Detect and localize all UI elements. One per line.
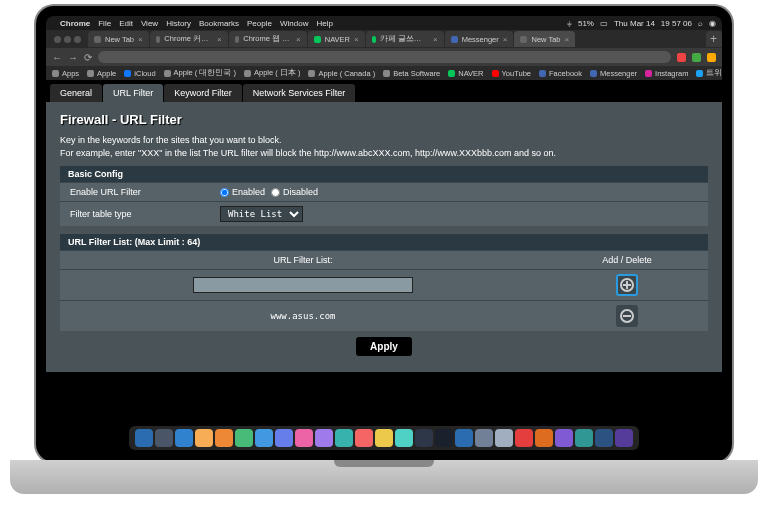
dock-app-icon[interactable] — [495, 429, 513, 447]
bookmark-item[interactable]: YouTube — [492, 69, 531, 78]
mac-menubar: Chrome File Edit View History Bookmarks … — [46, 16, 722, 30]
app-name[interactable]: Chrome — [60, 19, 90, 28]
radio-enabled[interactable]: Enabled — [220, 187, 265, 197]
dock-app-icon[interactable] — [195, 429, 213, 447]
filter-type-label: Filter table type — [70, 209, 220, 219]
back-button[interactable]: ← — [52, 52, 62, 63]
wifi-icon[interactable]: ⏚ — [567, 19, 572, 28]
close-tab-icon[interactable]: × — [565, 35, 570, 44]
spotlight-icon[interactable]: ⌕ — [698, 19, 703, 28]
bookmark-item[interactable]: Instagram — [645, 69, 688, 78]
extension-icon[interactable] — [707, 53, 716, 62]
window-controls[interactable] — [48, 36, 87, 43]
battery-icon[interactable]: ▭ — [600, 19, 608, 28]
delete-button[interactable] — [616, 305, 638, 327]
browser-tab[interactable]: Messenger× — [445, 31, 514, 47]
dock-app-icon[interactable] — [595, 429, 613, 447]
dock-app-icon[interactable] — [315, 429, 333, 447]
browser-tab[interactable]: New Tab× — [88, 31, 149, 47]
close-tab-icon[interactable]: × — [433, 35, 438, 44]
browser-tab[interactable]: Chrome 커뮤니티 - ...× — [150, 31, 228, 47]
bookmark-item[interactable]: Facebook — [539, 69, 582, 78]
filter-type-select[interactable]: White ListBlack List — [220, 206, 303, 222]
menu-edit[interactable]: Edit — [119, 19, 133, 28]
radio-enabled-input[interactable] — [220, 188, 229, 197]
dock-app-icon[interactable] — [515, 429, 533, 447]
menu-view[interactable]: View — [141, 19, 158, 28]
menu-window[interactable]: Window — [280, 19, 308, 28]
bookmark-item[interactable]: Apple — [87, 69, 116, 78]
bookmark-item[interactable]: NAVER — [448, 69, 483, 78]
dock-app-icon[interactable] — [415, 429, 433, 447]
list-input-row — [60, 269, 708, 300]
dock-app-icon[interactable] — [235, 429, 253, 447]
radio-disabled-input[interactable] — [271, 188, 280, 197]
dock-app-icon[interactable] — [355, 429, 373, 447]
dock-app-icon[interactable] — [435, 429, 453, 447]
apply-button[interactable]: Apply — [356, 337, 412, 356]
router-tab[interactable]: Keyword Filter — [164, 84, 242, 102]
bookmark-item[interactable]: Apple ( 대한민국 ) — [164, 68, 236, 78]
favicon — [314, 36, 321, 43]
dock-app-icon[interactable] — [215, 429, 233, 447]
dock-app-icon[interactable] — [575, 429, 593, 447]
reload-button[interactable]: ⟳ — [84, 52, 92, 63]
menu-file[interactable]: File — [98, 19, 111, 28]
bookmark-icon — [87, 70, 94, 77]
menu-people[interactable]: People — [247, 19, 272, 28]
add-button[interactable] — [616, 274, 638, 296]
close-tab-icon[interactable]: × — [354, 35, 359, 44]
dock-app-icon[interactable] — [175, 429, 193, 447]
laptop-frame: Chrome File Edit View History Bookmarks … — [36, 6, 732, 462]
dock-app-icon[interactable] — [295, 429, 313, 447]
browser-tab[interactable]: NAVER× — [308, 31, 365, 47]
url-input[interactable] — [193, 277, 413, 293]
menu-history[interactable]: History — [166, 19, 191, 28]
close-tab-icon[interactable]: × — [217, 35, 222, 44]
browser-toolbar: ← → ⟳ — [46, 48, 722, 66]
description-line: For example, enter "XXX" in the list The… — [60, 148, 708, 158]
dock-app-icon[interactable] — [375, 429, 393, 447]
dock-app-icon[interactable] — [395, 429, 413, 447]
extension-icon[interactable] — [677, 53, 686, 62]
bookmark-item[interactable]: iCloud — [124, 69, 155, 78]
dock-app-icon[interactable] — [155, 429, 173, 447]
close-tab-icon[interactable]: × — [296, 35, 301, 44]
bookmark-item[interactable]: Apple ( 日本 ) — [244, 68, 300, 78]
browser-tab[interactable]: 카페 글쓰기.에 쓰는 사진× — [366, 31, 444, 47]
dock-app-icon[interactable] — [335, 429, 353, 447]
tab-label: Chrome 웹 스토어 - ... — [243, 34, 292, 44]
dock-app-icon[interactable] — [455, 429, 473, 447]
forward-button[interactable]: → — [68, 52, 78, 63]
dock-app-icon[interactable] — [475, 429, 493, 447]
radio-disabled[interactable]: Disabled — [271, 187, 318, 197]
bookmark-item[interactable]: 트위터 — [696, 68, 722, 78]
bookmark-item[interactable]: Beta Software — [383, 69, 440, 78]
address-bar[interactable] — [98, 51, 671, 63]
siri-icon[interactable]: ◉ — [709, 19, 716, 28]
close-tab-icon[interactable]: × — [138, 35, 143, 44]
dock-app-icon[interactable] — [275, 429, 293, 447]
dock-app-icon[interactable] — [135, 429, 153, 447]
bookmark-item[interactable]: Apps — [52, 69, 79, 78]
dock-app-icon[interactable] — [555, 429, 573, 447]
router-tab[interactable]: URL Filter — [103, 84, 163, 102]
browser-tabstrip: New Tab×Chrome 커뮤니티 - ...×Chrome 웹 스토어 -… — [46, 30, 722, 48]
browser-tab[interactable]: New Tab× — [514, 31, 575, 47]
new-tab-button[interactable]: + — [706, 31, 722, 47]
favicon — [372, 36, 376, 43]
dock-app-icon[interactable] — [255, 429, 273, 447]
menu-bookmarks[interactable]: Bookmarks — [199, 19, 239, 28]
extension-icon[interactable] — [692, 53, 701, 62]
dock-app-icon[interactable] — [535, 429, 553, 447]
router-tab[interactable]: General — [50, 84, 102, 102]
router-tab[interactable]: Network Services Filter — [243, 84, 356, 102]
close-tab-icon[interactable]: × — [503, 35, 508, 44]
menu-help[interactable]: Help — [316, 19, 332, 28]
browser-tab[interactable]: Chrome 웹 스토어 - ...× — [229, 31, 307, 47]
bookmark-item[interactable]: Messenger — [590, 69, 637, 78]
bookmark-item[interactable]: Apple ( Canada ) — [308, 69, 375, 78]
dock-app-icon[interactable] — [615, 429, 633, 447]
date: Thu Mar 14 — [614, 19, 655, 28]
url-list-row: www.asus.com — [60, 300, 708, 331]
